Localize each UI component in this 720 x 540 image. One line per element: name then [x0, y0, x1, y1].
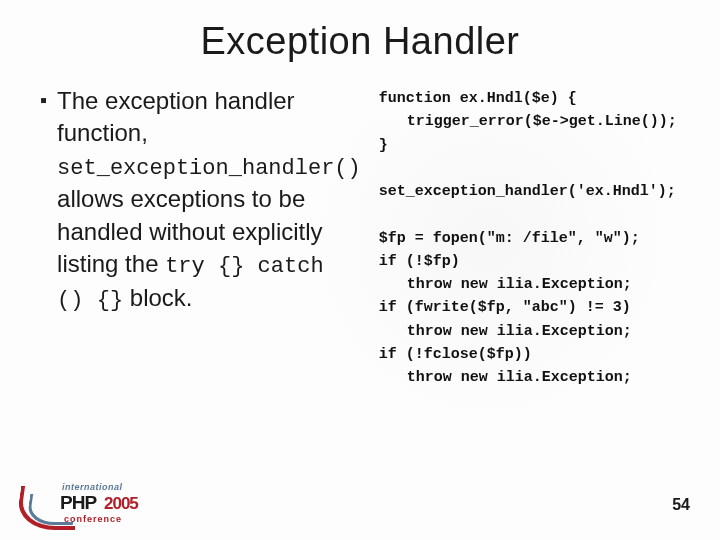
code-line: }: [379, 134, 680, 157]
bullet-square-icon: ▪: [40, 87, 47, 113]
code-line: if (!fclose($fp)): [379, 343, 680, 366]
bullet-item: ▪ The exception handler function, set_ex…: [40, 85, 361, 316]
code-line: if (!$fp): [379, 250, 680, 273]
logo-bottom-text: conference: [64, 514, 122, 524]
left-column: ▪ The exception handler function, set_ex…: [40, 85, 361, 389]
logo-year-text: 2005: [104, 494, 138, 514]
content-columns: ▪ The exception handler function, set_ex…: [40, 85, 680, 389]
logo-top-text: international: [62, 482, 123, 492]
page-number: 54: [672, 496, 690, 514]
code-line: throw new ilia.Exception;: [379, 366, 680, 389]
code-line: set_exception_handler('ex.Hndl');: [379, 180, 680, 203]
bullet-seg-1: The exception handler function,: [57, 87, 295, 146]
code-line: $fp = fopen("m: /file", "w");: [379, 227, 680, 250]
bullet-text: The exception handler function, set_exce…: [57, 85, 361, 316]
code-line: trigger_error($e->get.Line());: [379, 110, 680, 133]
bullet-seg-3: block.: [123, 284, 192, 311]
conference-logo: international PHP 2005 conference: [24, 480, 154, 530]
slide-container: Exception Handler ▪ The exception handle…: [0, 0, 720, 540]
code-line: if (fwrite($fp, "abc") != 3): [379, 296, 680, 319]
bullet-code-1: set_exception_handler(): [57, 156, 361, 181]
slide-title: Exception Handler: [40, 20, 680, 63]
right-column-code: function ex.Hndl($e) { trigger_error($e-…: [379, 85, 680, 389]
code-line: function ex.Hndl($e) {: [379, 87, 680, 110]
code-line: throw new ilia.Exception;: [379, 320, 680, 343]
code-line: throw new ilia.Exception;: [379, 273, 680, 296]
logo-main-text: PHP: [60, 492, 96, 514]
footer: international PHP 2005 conference 54: [0, 470, 720, 540]
